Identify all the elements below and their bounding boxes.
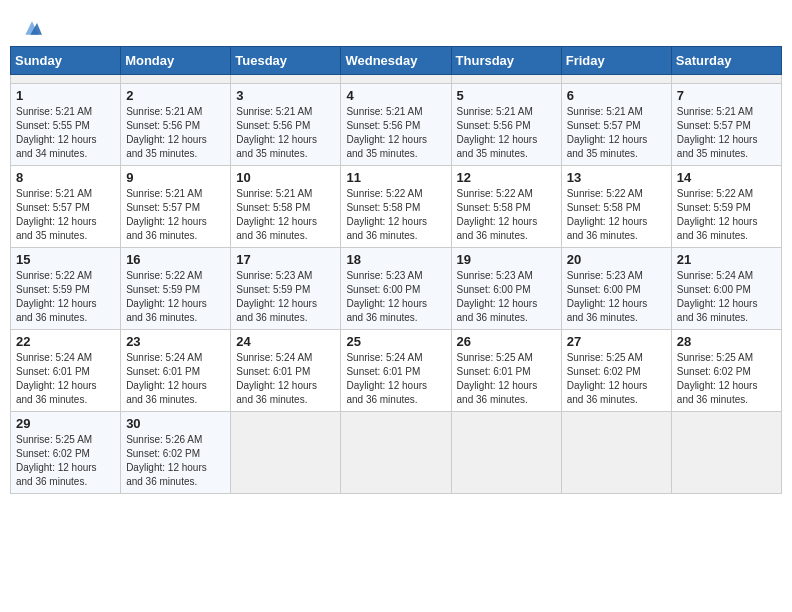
calendar-cell: 5Sunrise: 5:21 AMSunset: 5:56 PMDaylight… <box>451 84 561 166</box>
calendar-cell: 20Sunrise: 5:23 AMSunset: 6:00 PMDayligh… <box>561 248 671 330</box>
calendar-cell: 26Sunrise: 5:25 AMSunset: 6:01 PMDayligh… <box>451 330 561 412</box>
day-number: 5 <box>457 88 556 103</box>
calendar-cell: 12Sunrise: 5:22 AMSunset: 5:58 PMDayligh… <box>451 166 561 248</box>
day-number: 18 <box>346 252 445 267</box>
calendar-cell: 15Sunrise: 5:22 AMSunset: 5:59 PMDayligh… <box>11 248 121 330</box>
day-info: Sunrise: 5:21 AMSunset: 5:57 PMDaylight:… <box>677 105 776 161</box>
calendar-cell: 17Sunrise: 5:23 AMSunset: 5:59 PMDayligh… <box>231 248 341 330</box>
day-number: 15 <box>16 252 115 267</box>
day-info: Sunrise: 5:22 AMSunset: 5:59 PMDaylight:… <box>677 187 776 243</box>
calendar-cell: 11Sunrise: 5:22 AMSunset: 5:58 PMDayligh… <box>341 166 451 248</box>
day-info: Sunrise: 5:26 AMSunset: 6:02 PMDaylight:… <box>126 433 225 489</box>
calendar-cell <box>561 75 671 84</box>
calendar-cell <box>341 412 451 494</box>
day-number: 12 <box>457 170 556 185</box>
calendar-cell <box>231 75 341 84</box>
day-number: 30 <box>126 416 225 431</box>
calendar-cell <box>671 412 781 494</box>
day-number: 24 <box>236 334 335 349</box>
calendar-cell: 19Sunrise: 5:23 AMSunset: 6:00 PMDayligh… <box>451 248 561 330</box>
day-info: Sunrise: 5:21 AMSunset: 5:55 PMDaylight:… <box>16 105 115 161</box>
calendar-cell: 10Sunrise: 5:21 AMSunset: 5:58 PMDayligh… <box>231 166 341 248</box>
calendar-cell: 6Sunrise: 5:21 AMSunset: 5:57 PMDaylight… <box>561 84 671 166</box>
day-of-week-header: Tuesday <box>231 47 341 75</box>
day-number: 8 <box>16 170 115 185</box>
calendar-cell <box>451 412 561 494</box>
calendar-cell: 3Sunrise: 5:21 AMSunset: 5:56 PMDaylight… <box>231 84 341 166</box>
day-number: 3 <box>236 88 335 103</box>
day-of-week-header: Friday <box>561 47 671 75</box>
day-of-week-header: Monday <box>121 47 231 75</box>
calendar-cell <box>231 412 341 494</box>
day-number: 27 <box>567 334 666 349</box>
day-info: Sunrise: 5:21 AMSunset: 5:56 PMDaylight:… <box>457 105 556 161</box>
day-info: Sunrise: 5:21 AMSunset: 5:58 PMDaylight:… <box>236 187 335 243</box>
day-number: 14 <box>677 170 776 185</box>
day-number: 25 <box>346 334 445 349</box>
day-info: Sunrise: 5:23 AMSunset: 6:00 PMDaylight:… <box>346 269 445 325</box>
day-info: Sunrise: 5:24 AMSunset: 6:01 PMDaylight:… <box>236 351 335 407</box>
day-number: 23 <box>126 334 225 349</box>
day-info: Sunrise: 5:21 AMSunset: 5:56 PMDaylight:… <box>346 105 445 161</box>
day-number: 17 <box>236 252 335 267</box>
calendar-cell: 18Sunrise: 5:23 AMSunset: 6:00 PMDayligh… <box>341 248 451 330</box>
calendar-cell: 9Sunrise: 5:21 AMSunset: 5:57 PMDaylight… <box>121 166 231 248</box>
day-number: 4 <box>346 88 445 103</box>
calendar-cell: 22Sunrise: 5:24 AMSunset: 6:01 PMDayligh… <box>11 330 121 412</box>
day-info: Sunrise: 5:25 AMSunset: 6:02 PMDaylight:… <box>16 433 115 489</box>
day-info: Sunrise: 5:24 AMSunset: 6:01 PMDaylight:… <box>16 351 115 407</box>
day-info: Sunrise: 5:23 AMSunset: 6:00 PMDaylight:… <box>567 269 666 325</box>
day-number: 28 <box>677 334 776 349</box>
calendar-cell <box>11 75 121 84</box>
calendar-cell <box>451 75 561 84</box>
day-info: Sunrise: 5:21 AMSunset: 5:56 PMDaylight:… <box>236 105 335 161</box>
calendar-cell: 14Sunrise: 5:22 AMSunset: 5:59 PMDayligh… <box>671 166 781 248</box>
logo-icon <box>22 18 42 38</box>
day-number: 2 <box>126 88 225 103</box>
calendar-cell: 21Sunrise: 5:24 AMSunset: 6:00 PMDayligh… <box>671 248 781 330</box>
day-info: Sunrise: 5:22 AMSunset: 5:58 PMDaylight:… <box>567 187 666 243</box>
calendar-cell <box>341 75 451 84</box>
calendar-cell: 7Sunrise: 5:21 AMSunset: 5:57 PMDaylight… <box>671 84 781 166</box>
day-number: 22 <box>16 334 115 349</box>
day-info: Sunrise: 5:21 AMSunset: 5:57 PMDaylight:… <box>567 105 666 161</box>
logo <box>20 18 42 36</box>
day-of-week-header: Saturday <box>671 47 781 75</box>
day-of-week-header: Thursday <box>451 47 561 75</box>
calendar-cell: 24Sunrise: 5:24 AMSunset: 6:01 PMDayligh… <box>231 330 341 412</box>
calendar-cell: 27Sunrise: 5:25 AMSunset: 6:02 PMDayligh… <box>561 330 671 412</box>
day-info: Sunrise: 5:22 AMSunset: 5:58 PMDaylight:… <box>457 187 556 243</box>
calendar-cell: 30Sunrise: 5:26 AMSunset: 6:02 PMDayligh… <box>121 412 231 494</box>
day-info: Sunrise: 5:21 AMSunset: 5:57 PMDaylight:… <box>126 187 225 243</box>
day-info: Sunrise: 5:21 AMSunset: 5:57 PMDaylight:… <box>16 187 115 243</box>
calendar-cell: 23Sunrise: 5:24 AMSunset: 6:01 PMDayligh… <box>121 330 231 412</box>
day-number: 6 <box>567 88 666 103</box>
day-of-week-header: Sunday <box>11 47 121 75</box>
day-number: 20 <box>567 252 666 267</box>
calendar-cell: 4Sunrise: 5:21 AMSunset: 5:56 PMDaylight… <box>341 84 451 166</box>
calendar-cell: 2Sunrise: 5:21 AMSunset: 5:56 PMDaylight… <box>121 84 231 166</box>
day-info: Sunrise: 5:22 AMSunset: 5:58 PMDaylight:… <box>346 187 445 243</box>
day-info: Sunrise: 5:22 AMSunset: 5:59 PMDaylight:… <box>126 269 225 325</box>
day-number: 9 <box>126 170 225 185</box>
day-number: 21 <box>677 252 776 267</box>
day-number: 19 <box>457 252 556 267</box>
day-info: Sunrise: 5:24 AMSunset: 6:01 PMDaylight:… <box>126 351 225 407</box>
day-info: Sunrise: 5:22 AMSunset: 5:59 PMDaylight:… <box>16 269 115 325</box>
calendar-cell: 16Sunrise: 5:22 AMSunset: 5:59 PMDayligh… <box>121 248 231 330</box>
calendar-cell: 8Sunrise: 5:21 AMSunset: 5:57 PMDaylight… <box>11 166 121 248</box>
day-info: Sunrise: 5:24 AMSunset: 6:00 PMDaylight:… <box>677 269 776 325</box>
day-number: 26 <box>457 334 556 349</box>
calendar-cell: 1Sunrise: 5:21 AMSunset: 5:55 PMDaylight… <box>11 84 121 166</box>
page-header <box>10 10 782 40</box>
day-number: 13 <box>567 170 666 185</box>
day-info: Sunrise: 5:25 AMSunset: 6:01 PMDaylight:… <box>457 351 556 407</box>
calendar-cell: 13Sunrise: 5:22 AMSunset: 5:58 PMDayligh… <box>561 166 671 248</box>
calendar-cell <box>671 75 781 84</box>
calendar-cell: 25Sunrise: 5:24 AMSunset: 6:01 PMDayligh… <box>341 330 451 412</box>
day-info: Sunrise: 5:24 AMSunset: 6:01 PMDaylight:… <box>346 351 445 407</box>
day-number: 29 <box>16 416 115 431</box>
day-number: 11 <box>346 170 445 185</box>
day-info: Sunrise: 5:21 AMSunset: 5:56 PMDaylight:… <box>126 105 225 161</box>
calendar-cell: 29Sunrise: 5:25 AMSunset: 6:02 PMDayligh… <box>11 412 121 494</box>
